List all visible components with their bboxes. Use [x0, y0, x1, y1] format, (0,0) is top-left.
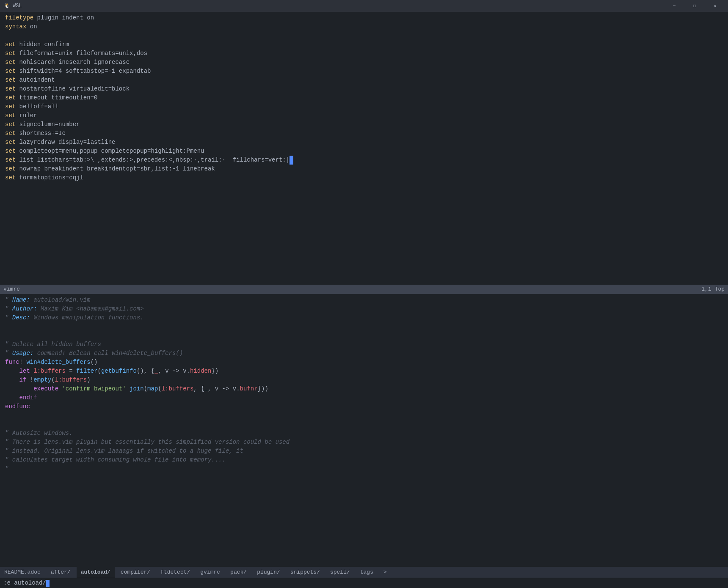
- tabline-item-after[interactable]: after/: [47, 567, 75, 578]
- tabline-item-snippets[interactable]: snippets/: [286, 567, 324, 578]
- code-line: " Usage: command! Bclean call win#delete…: [0, 349, 728, 358]
- tabline-item-READMEadoc[interactable]: README.adoc: [0, 567, 45, 578]
- minimize-button[interactable]: ─: [665, 0, 684, 12]
- tabline-item-autoload[interactable]: autoload/: [77, 567, 115, 578]
- code-line: [0, 331, 728, 340]
- code-line: " calculates target width consuming whol…: [0, 456, 728, 464]
- tabline-item-plugin[interactable]: plugin/: [253, 567, 284, 578]
- code-line: set nowrap breakindent breakindentopt=sb…: [0, 165, 728, 173]
- upper-code-pane: filetype plugin indent onsyntax on set h…: [0, 12, 728, 285]
- code-line: let l:buffers = filter(getbufinfo(), {_,…: [0, 367, 728, 376]
- close-button[interactable]: ✕: [705, 0, 725, 12]
- code-line: set nohlsearch incsearch ignorecase: [0, 58, 728, 67]
- lower-code-pane: " Name: autoload/win.vim" Author: Maxim …: [0, 294, 728, 567]
- statusbar-scroll: Top: [715, 285, 725, 294]
- code-line: ": [0, 464, 728, 473]
- code-line: " Autosize windows.: [0, 429, 728, 438]
- window-controls: ─ □ ✕: [665, 0, 725, 12]
- window-title: WSL: [13, 2, 665, 10]
- code-line: set completeopt=menu,popup completepopup…: [0, 147, 728, 156]
- maximize-button[interactable]: □: [685, 0, 704, 12]
- code-line: set formatoptions=cqjl: [0, 173, 728, 182]
- code-line: set fileformat=unix fileformats=unix,dos: [0, 49, 728, 58]
- code-line: set autoindent: [0, 76, 728, 85]
- statusbar: vimrc 1,1 Top: [0, 285, 728, 294]
- code-line: set signcolumn=number: [0, 120, 728, 129]
- tabline-item-spell[interactable]: spell/: [326, 567, 354, 578]
- cmdline-text: :e autoload/: [3, 579, 46, 588]
- code-line: syntax on: [0, 22, 728, 31]
- titlebar: 🐧 WSL ─ □ ✕: [0, 0, 728, 12]
- code-line: " Delete all hidden buffers: [0, 340, 728, 349]
- code-line: " Name: autoload/win.vim: [0, 296, 728, 305]
- code-line: [0, 322, 728, 331]
- code-line: execute 'confirm bwipeout' join(map(l:bu…: [0, 385, 728, 393]
- tabline-item-tags[interactable]: tags: [356, 567, 378, 578]
- statusbar-position: 1,1: [701, 285, 711, 294]
- code-line: endfunc: [0, 402, 728, 411]
- tabline-item-pack[interactable]: pack/: [226, 567, 251, 578]
- code-line: " Author: Maxim Kim <habamax@gmail.com>: [0, 305, 728, 313]
- tabline-item-[interactable]: >: [379, 567, 391, 578]
- tabline: README.adocafter/autoload/compiler/ftdet…: [0, 567, 728, 578]
- app-icon: 🐧: [3, 3, 10, 9]
- code-line: " instead. Original lens.vim laaaags if …: [0, 447, 728, 456]
- code-line: endif: [0, 393, 728, 402]
- tabline-item-compiler[interactable]: compiler/: [116, 567, 154, 578]
- editor-area: filetype plugin indent onsyntax on set h…: [0, 12, 728, 588]
- cmdline[interactable]: :e autoload/: [0, 578, 728, 588]
- code-line: " Desc: Windows manipulation functions.: [0, 313, 728, 322]
- code-line: set belloff=all: [0, 102, 728, 111]
- code-line: set hidden confirm: [0, 40, 728, 49]
- code-line: [0, 411, 728, 420]
- code-line: [0, 420, 728, 429]
- code-line: set shortmess+=Ic: [0, 129, 728, 138]
- tabline-item-gvimrc[interactable]: gvimrc: [196, 567, 224, 578]
- code-line: set lazyredraw display=lastline: [0, 138, 728, 147]
- code-line: func! win#delete_buffers(): [0, 358, 728, 367]
- code-line: set list listchars=tab:>\ ,extends:>,pre…: [0, 156, 728, 165]
- statusbar-filename: vimrc: [3, 285, 701, 294]
- code-line: [0, 31, 728, 40]
- code-line: set ttimeout ttimeoutlen=0: [0, 93, 728, 102]
- code-line: " There is lens.vim plugin but essential…: [0, 438, 728, 447]
- code-line: filetype plugin indent on: [0, 14, 728, 22]
- code-line: if !empty(l:buffers): [0, 376, 728, 385]
- code-line: set nostartofline virtualedit=block: [0, 85, 728, 93]
- cmdline-cursor: [46, 580, 50, 587]
- code-line: set shiftwidth=4 softtabstop=-1 expandta…: [0, 67, 728, 76]
- tabline-item-ftdetect[interactable]: ftdetect/: [156, 567, 194, 578]
- code-line: set ruler: [0, 111, 728, 120]
